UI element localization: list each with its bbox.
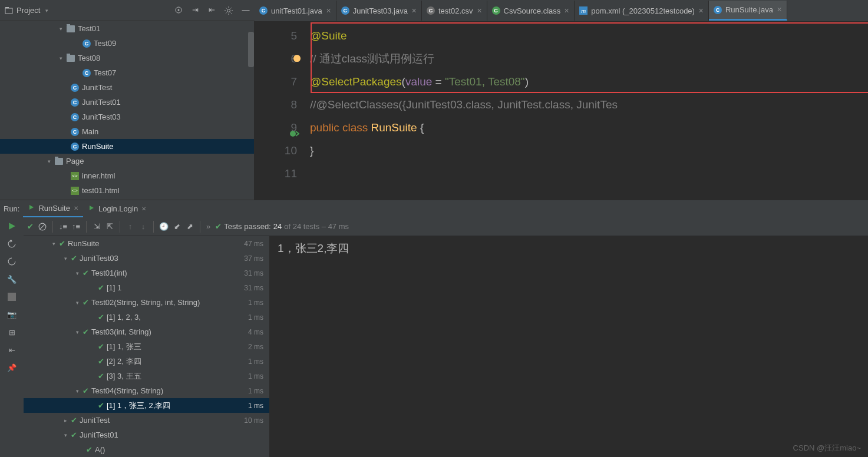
test-node[interactable]: ▸✔JunitTest10 ms [24, 413, 269, 428]
test-label: JunitTest01 [80, 430, 118, 439]
check-icon[interactable]: ✔ [27, 222, 34, 231]
close-icon[interactable]: ✕ [141, 206, 146, 212]
test-node[interactable]: ▾✔RunSuite47 ms [24, 236, 269, 251]
close-icon[interactable]: ✕ [698, 7, 704, 15]
close-icon[interactable]: ✕ [74, 205, 78, 211]
tree-node[interactable]: CRunSuite [0, 139, 254, 154]
close-icon[interactable]: ✕ [777, 6, 782, 14]
sort-up-icon[interactable]: ↑≡ [72, 223, 80, 231]
test-node[interactable]: ▾✔JunitTest0337 ms [24, 251, 269, 266]
expand-icon[interactable]: ⇥ [191, 6, 199, 14]
code-line[interactable]: } [310, 139, 868, 162]
test-node[interactable]: ✔[1] 1, 2, 3,1 ms [24, 310, 269, 324]
up-icon[interactable]: ↑ [126, 223, 134, 231]
tree-node[interactable]: ▾Test08 [0, 51, 254, 65]
test-time: 37 ms [244, 254, 269, 263]
stop-icon[interactable] [8, 293, 16, 301]
bulb-icon[interactable] [293, 55, 301, 62]
run-icon [88, 204, 95, 213]
pass-icon: ✔ [82, 327, 89, 336]
tree-node[interactable]: CJunitTest [0, 80, 254, 95]
test-node[interactable]: ▾✔Test01(int)31 ms [24, 266, 269, 280]
code-line[interactable] [310, 162, 868, 185]
sort-down-icon[interactable]: ↓≡ [59, 223, 67, 231]
run-tab[interactable]: RunSuite✕ [23, 201, 82, 217]
expand-all-icon[interactable]: ⇲ [93, 223, 101, 231]
tree-node[interactable]: ▾Test01 [0, 21, 254, 36]
caret-icon: ▾ [46, 158, 52, 164]
test-label: Test04(String, String) [91, 386, 163, 395]
file-icon: C [71, 98, 79, 107]
wrench-icon[interactable]: 🔧 [8, 275, 16, 283]
collapse-all-icon[interactable]: ⇱ [105, 223, 114, 231]
test-node[interactable]: ▾✔Test03(int, String)4 ms [24, 324, 269, 339]
layout-icon[interactable]: ⊞ [8, 328, 16, 336]
close-icon[interactable]: ✕ [326, 7, 331, 15]
code-line[interactable]: @Suite [310, 24, 868, 47]
console-output: 1，张三2,李四 [269, 236, 868, 457]
chevron-down-icon: ▾ [44, 8, 49, 14]
rerun-failed-icon[interactable] [8, 257, 16, 266]
test-node[interactable]: ▾✔Test04(String, String)1 ms [24, 383, 269, 398]
minimize-icon[interactable]: — [242, 6, 250, 14]
close-icon[interactable]: ✕ [564, 7, 569, 15]
test-node[interactable]: ✔[3] 3, 王五1 ms [24, 369, 269, 383]
target-icon[interactable] [174, 6, 183, 14]
editor-tab[interactable]: mpom.xml (_20230512testcode)✕ [575, 1, 709, 21]
rerun-icon[interactable] [8, 240, 16, 248]
test-label: [2] 2, 李四 [107, 356, 141, 367]
pass-icon: ✔ [82, 298, 89, 307]
history-icon[interactable]: 🕘 [160, 223, 168, 231]
editor-tab[interactable]: Ctest02.csv✕ [422, 1, 487, 21]
code-line[interactable]: // 通过class测试用例运行 [310, 47, 868, 70]
code-line[interactable]: @SelectPackages(value = "Test01, Test08"… [310, 70, 868, 93]
test-tree[interactable]: ▾✔RunSuite47 ms▾✔JunitTest0337 ms▾✔Test0… [24, 236, 269, 457]
exit-icon[interactable]: ⇤ [8, 346, 16, 354]
file-icon: C [427, 6, 435, 15]
test-node[interactable]: ✔[1] 131 ms [24, 280, 269, 295]
test-node[interactable]: ▾✔JunitTest01 [24, 428, 269, 442]
project-tree[interactable]: ▾Test01CTest09▾Test08CTest07CJunitTestCJ… [0, 21, 255, 200]
run-tab[interactable]: Login.Login✕ [83, 201, 151, 217]
code-line[interactable]: public class RunSuite { [310, 116, 868, 139]
tree-node[interactable]: ▾Page [0, 154, 254, 168]
file-icon: C [82, 39, 91, 48]
pin-icon[interactable]: 📌 [8, 363, 16, 372]
run-header: Run: RunSuite✕Login.Login✕ [0, 200, 868, 217]
test-time: 31 ms [244, 269, 269, 277]
camera-icon[interactable]: 📷 [8, 310, 16, 319]
tree-node[interactable]: CJunitTest03 [0, 110, 254, 124]
test-node[interactable]: ✔[1] 1，张三, 2,李四1 ms [24, 398, 269, 413]
collapse-icon[interactable]: ⇤ [207, 6, 216, 14]
import-icon[interactable]: ⬋ [173, 223, 181, 231]
gear-icon[interactable] [224, 6, 233, 15]
test-node[interactable]: ✔A() [24, 442, 269, 457]
tree-node[interactable]: CTest07 [0, 65, 254, 80]
block-icon[interactable] [38, 223, 47, 231]
tree-node[interactable]: <>test01.html [0, 183, 254, 198]
play-icon[interactable] [8, 222, 16, 230]
test-node[interactable]: ▾✔Test02(String, String, int, String)1 m… [24, 295, 269, 310]
expand-toolbar-icon[interactable]: » [206, 222, 210, 231]
line-number: 11 [255, 162, 310, 185]
tree-node[interactable]: CTest09 [0, 36, 254, 51]
project-header[interactable]: Project ▾ ⇥ ⇤ — [0, 0, 255, 21]
file-icon [67, 55, 75, 62]
editor-tab[interactable]: CunitTest01.java✕ [255, 1, 336, 21]
down-icon[interactable]: ↓ [139, 223, 147, 231]
test-node[interactable]: ✔[2] 2, 李四1 ms [24, 354, 269, 369]
code-line[interactable]: //@SelectClasses({JunitTest03.class, Jun… [310, 93, 868, 116]
code-editor[interactable]: 567891011 @Suite// 通过class测试用例运行@SelectP… [255, 21, 868, 200]
tree-node[interactable]: <>inner.html [0, 168, 254, 183]
pass-icon: ✔ [71, 430, 77, 439]
close-icon[interactable]: ✕ [411, 7, 417, 15]
export-icon[interactable]: ⬈ [186, 223, 194, 231]
tree-node[interactable]: CJunitTest01 [0, 95, 254, 110]
tree-node[interactable]: CMain [0, 124, 254, 139]
editor-tab[interactable]: CJunitTest03.java✕ [336, 1, 422, 21]
editor-tab[interactable]: CRunSuite.java✕ [709, 1, 787, 21]
test-node[interactable]: ✔[1] 1, 张三2 ms [24, 339, 269, 354]
svg-line-8 [39, 224, 45, 229]
close-icon[interactable]: ✕ [477, 7, 482, 15]
editor-tab[interactable]: CCsvSource.class✕ [487, 1, 575, 21]
